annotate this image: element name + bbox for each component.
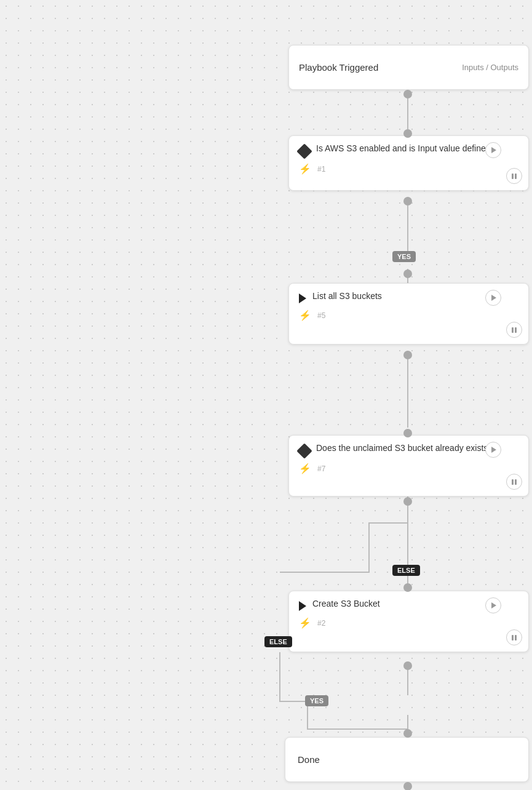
node-1-number: #1	[317, 165, 325, 174]
node-2-number: #2	[317, 619, 325, 628]
diamond-icon-1	[296, 143, 312, 159]
play-arrow-icon-7	[491, 447, 496, 453]
chevron-icon-5	[299, 293, 306, 303]
chevron-icon-2	[299, 601, 306, 611]
diamond-icon-7	[296, 443, 312, 458]
done-card: Done	[285, 737, 529, 782]
yes-badge-1: YES	[392, 251, 416, 262]
pause-bars-icon-2	[512, 635, 517, 640]
lightning-icon-5: ⚡	[299, 309, 311, 321]
connector-dot-6	[403, 429, 412, 437]
play-arrow-icon-5	[491, 295, 496, 301]
yes-badge-2: YES	[305, 695, 328, 706]
connector-dot-2	[403, 129, 412, 138]
done-title: Done	[298, 754, 320, 765]
play-arrow-icon-1	[491, 147, 496, 153]
node-5-number: #5	[317, 311, 325, 320]
play-arrow-icon-2	[491, 602, 496, 608]
pause-bars-icon-5	[512, 327, 517, 333]
connector-dot-3	[403, 197, 412, 205]
node-1-card: Is AWS S3 enabled and is Input value def…	[288, 135, 529, 191]
node-2-card: Create S3 Bucket ⚡ #2	[288, 591, 529, 652]
playbook-triggered-card: Playbook Triggered Inputs / Outputs	[288, 45, 529, 90]
connector-dot-7	[403, 497, 412, 506]
pause-button-7[interactable]	[506, 474, 522, 490]
node-5-card: List all S3 buckets ⚡ #5	[288, 283, 529, 345]
play-button-2[interactable]	[485, 597, 501, 613]
play-button-7[interactable]	[485, 442, 501, 458]
lightning-icon-2: ⚡	[299, 617, 311, 629]
connector-dot-1	[403, 90, 412, 98]
connector-dot-10	[403, 729, 412, 738]
node-7-number: #7	[317, 465, 325, 473]
connector-dot-4	[403, 269, 412, 278]
else-badge-1: ELSE	[392, 565, 420, 576]
connector-dot-9	[403, 661, 412, 670]
inputs-outputs-link[interactable]: Inputs / Outputs	[462, 63, 518, 72]
play-button-1[interactable]	[485, 142, 501, 158]
pause-button-5[interactable]	[506, 322, 522, 338]
pause-bars-icon-7	[512, 479, 517, 485]
pause-bars-icon-1	[512, 174, 517, 179]
lightning-icon-7: ⚡	[299, 463, 311, 474]
playbook-title: Playbook Triggered	[299, 62, 378, 73]
pause-button-2[interactable]	[506, 629, 522, 645]
node-7-card: Does the unclaimed S3 bucket already exi…	[288, 435, 529, 497]
lightning-icon-1: ⚡	[299, 163, 311, 175]
connector-dot-8	[403, 583, 412, 592]
play-button-5[interactable]	[485, 290, 501, 306]
connector-dot-11	[403, 782, 412, 790]
connector-dot-5	[403, 351, 412, 359]
else-badge-2: ELSE	[264, 636, 292, 647]
pause-button-1[interactable]	[506, 168, 522, 184]
